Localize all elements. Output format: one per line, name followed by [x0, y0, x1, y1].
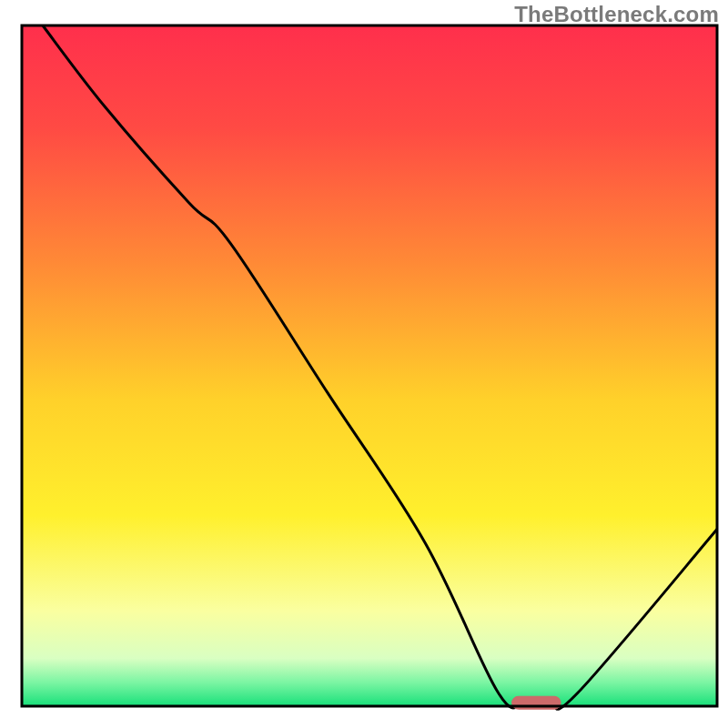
watermark-text: TheBottleneck.com [514, 2, 719, 27]
plot-area [22, 25, 717, 706]
chart-container: { "watermark": "TheBottleneck.com", "col… [0, 0, 728, 728]
bottleneck-chart [0, 0, 728, 728]
